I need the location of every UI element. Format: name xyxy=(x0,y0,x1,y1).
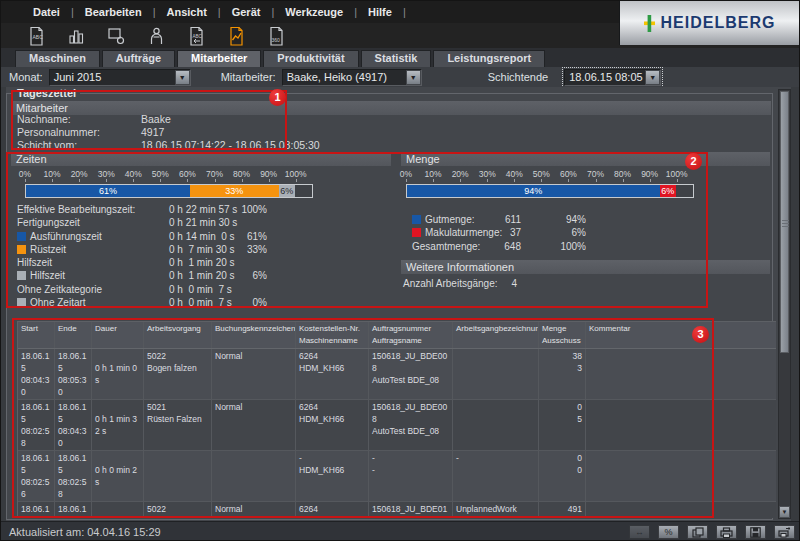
chevron-down-icon[interactable]: ▼ xyxy=(406,70,421,85)
table-row[interactable]: 18.06.1508:02:5618.06.1508:02:580 h 0 mi… xyxy=(18,451,776,502)
tab-aufträge[interactable]: Aufträge xyxy=(102,50,175,67)
table-cell: 0 h 1 min 32 s xyxy=(92,400,144,450)
menu-item-hilfe[interactable]: Hilfe xyxy=(366,6,394,18)
axis-tick-mark xyxy=(52,179,53,182)
stat-row: Hilfszeit0 h 1 min 20 s6% xyxy=(11,269,391,282)
cell-line xyxy=(589,350,773,362)
zeiten-stat-list: Effektive Bearbeitungszeit:0 h 22 min 57… xyxy=(11,203,391,309)
percent-icon[interactable]: % xyxy=(658,525,679,539)
stat-value: 0 h 21 min 30 s xyxy=(169,216,237,229)
table-cell: 5021Rüsten Falzen xyxy=(144,400,212,450)
axis-tick-label: 80% xyxy=(614,169,631,179)
print-icon[interactable] xyxy=(716,525,737,539)
bar-chart-icon[interactable] xyxy=(65,25,87,46)
tab-statistik[interactable]: Statistik xyxy=(361,50,432,67)
axis-tick-label: 20% xyxy=(452,169,469,179)
cell-line xyxy=(215,515,292,518)
monat-select[interactable]: Juni 2015 ▼ xyxy=(49,69,191,86)
table-cell xyxy=(453,400,539,450)
tab-maschinen[interactable]: Maschinen xyxy=(15,50,100,67)
menu-bar: Datei|Bearbeiten|Ansicht|Gerät|Werkzeuge… xyxy=(1,1,621,23)
menge-bar-chart: 0%10%20%30%40%50%60%70%80%90%100%94%6% xyxy=(401,169,771,198)
schichtende-value: 18.06.15 08:05 xyxy=(565,71,645,83)
save-icon[interactable] xyxy=(745,525,766,539)
table-cell: 150618_JU_BDE008AutoTest BDE_08 xyxy=(369,400,453,450)
cell-line xyxy=(589,515,773,518)
cell-line xyxy=(95,452,140,464)
stat-row: Effektive Bearbeitungszeit:0 h 22 min 57… xyxy=(11,203,391,216)
menu-item-ansicht[interactable]: Ansicht xyxy=(164,6,208,18)
axis-tick-label: 60% xyxy=(179,169,196,179)
table-cell: 18.06.1508:02:58 xyxy=(18,400,55,450)
report-360-icon[interactable]: 360 xyxy=(265,25,287,46)
legend-chip xyxy=(17,298,26,307)
cell-line xyxy=(95,401,140,413)
cell-line: 18.06.15 xyxy=(58,401,88,425)
report-return-icon[interactable]: ABC xyxy=(185,25,207,46)
table-row[interactable]: 18.06.1508:04:3018.06.1508:05:300 h 1 mi… xyxy=(18,349,776,400)
cell-line xyxy=(589,413,773,425)
annotation-badge-2: 2 xyxy=(685,153,702,170)
cell-line: 08:04:30 xyxy=(58,425,88,449)
legend-chip xyxy=(17,245,26,254)
cell-line xyxy=(147,452,208,464)
menu-separator: | xyxy=(271,6,274,18)
statusbar-buttons: ↔% xyxy=(629,525,795,539)
mitarbeiter-label: Mitarbeiter: xyxy=(221,71,276,83)
export-icon[interactable] xyxy=(774,525,795,539)
chart-bar-track: 94%6% xyxy=(406,184,694,198)
report-abc-icon[interactable]: ABC xyxy=(25,25,47,46)
copy-icon[interactable] xyxy=(687,525,708,539)
table-cell: 18.06.1508:02:56 xyxy=(18,451,55,501)
detail-value: 4917 xyxy=(141,126,164,139)
axis-tick-mark xyxy=(487,179,488,182)
menu-item-bearbeiten[interactable]: Bearbeiten xyxy=(83,6,144,18)
stat-percent: 100% xyxy=(217,203,267,216)
scrollbar-down-button[interactable]: ▼ xyxy=(779,506,790,518)
panel-edge-right xyxy=(791,87,800,521)
table-cell: 18.06.1508:04:30 xyxy=(55,400,92,450)
tab-produktivität[interactable]: Produktivität xyxy=(263,50,358,67)
table-cell: -HDM_KH66 xyxy=(296,451,369,501)
tab-leistungsreport[interactable]: Leistungsreport xyxy=(433,50,545,67)
stat-label: Hilfszeit xyxy=(30,270,65,281)
menu-item-werkzeuge[interactable]: Werkzeuge xyxy=(283,6,345,18)
fit-window-icon[interactable]: ↔ xyxy=(629,525,650,539)
table-cell: 150618_JU_BDE008AutoTest BDE_08 xyxy=(369,349,453,399)
table-cell: 0 h 1 min 0 s xyxy=(92,349,144,399)
header-line xyxy=(95,335,140,347)
report-chart-icon[interactable] xyxy=(225,25,247,46)
scrollbar-thumb[interactable] xyxy=(780,91,789,353)
cell-line xyxy=(215,464,292,476)
menu-item-datei[interactable]: Datei xyxy=(31,6,62,18)
table-header-row: StartEndeDauerArbeitsvorgangBuchungskenn… xyxy=(18,322,776,349)
table-cell: 383 xyxy=(539,349,586,399)
bar-segment: 61% xyxy=(26,185,190,197)
schichtende-select[interactable]: 18.06.15 08:05 ▼ xyxy=(564,69,661,86)
stat-row: Makulaturmenge:376% xyxy=(401,226,771,239)
menu-item-gerät[interactable]: Gerät xyxy=(230,6,263,18)
monat-value: Juni 2015 xyxy=(50,71,175,83)
main-panel: Tageszettel Mitarbeiter Nachname:BaakePe… xyxy=(1,87,800,521)
machine-settings-icon[interactable] xyxy=(105,25,127,46)
chevron-down-icon[interactable]: ▼ xyxy=(645,70,660,85)
stat-percent: 94% xyxy=(531,213,586,226)
tab-mitarbeiter[interactable]: Mitarbeiter xyxy=(177,50,261,67)
axis-tick-mark xyxy=(650,179,651,182)
cell-line xyxy=(215,413,292,425)
vertical-scrollbar[interactable]: ▼ xyxy=(778,89,791,519)
table-row[interactable]: 18.06.1507:40:5818.06.1507:50:500 h 9 mi… xyxy=(18,502,776,518)
chevron-down-icon[interactable]: ▼ xyxy=(175,70,190,85)
mitarbeiter-value: Baake, Heiko (4917) xyxy=(283,71,406,83)
mitarbeiter-select[interactable]: Baake, Heiko (4917) ▼ xyxy=(282,69,422,86)
table-cell xyxy=(144,451,212,501)
mitarbeiter-detail-row: Nachname:Baake xyxy=(17,113,517,126)
header-line xyxy=(58,335,88,347)
operator-icon[interactable] xyxy=(145,25,167,46)
axis-tick-mark xyxy=(433,179,434,182)
stat-label: Fertigungszeit xyxy=(17,217,80,228)
table-row[interactable]: 18.06.1508:02:5818.06.1508:04:300 h 1 mi… xyxy=(18,400,776,451)
axis-tick-label: 50% xyxy=(533,169,550,179)
stat-value: 37 xyxy=(471,226,521,239)
stat-row: Rüstzeit0 h 7 min 30 s33% xyxy=(11,243,391,256)
